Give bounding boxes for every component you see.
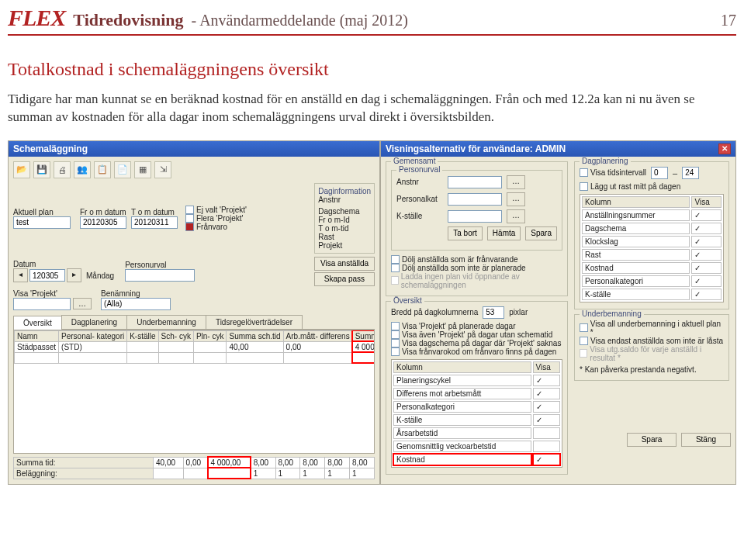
spara-button[interactable]: Spara [627,433,677,447]
sumcell: 8,00 [251,457,275,468]
oversikt-legend: Översikt [391,296,424,305]
article-text: Tidigare har man kunnat se en beräknad k… [8,91,736,126]
visa3-check[interactable]: Visa dagschema på dagar där 'Projekt' sa… [391,339,562,347]
visa4-check[interactable]: Visa frånvarokod om frånvaro finns på da… [391,347,562,356]
kolumn-hdr2: Kolumn [582,196,690,208]
tool-export-icon[interactable]: ⇲ [154,161,171,178]
hamta-button[interactable]: Hämta [487,226,521,240]
benamning-field[interactable] [101,298,171,310]
col-summakostnad[interactable]: Summa- kostnad [352,330,375,341]
tool-list-icon[interactable]: 📄 [114,161,131,178]
dcol-row[interactable]: Anställningsnummer✓ [582,209,722,221]
personurval-field[interactable] [125,269,195,282]
stang-button[interactable]: Stäng [681,433,731,447]
tab-tidsregel[interactable]: Tidsregelöverträdelser [206,315,303,329]
kstalle-picker[interactable]: … [507,209,525,223]
ocol-row[interactable]: Differens mot arbetsmått✓ [393,388,560,399]
tool-users-icon[interactable]: 👥 [74,161,91,178]
kstalle-field[interactable] [448,210,502,223]
datum-field[interactable] [29,269,65,282]
daginfo-fromtid: Fr o m-Id [318,216,371,224]
bredd-field[interactable] [483,306,504,319]
sumcell: 40,00 [154,457,184,468]
tab-oversikt[interactable]: Översikt [13,316,62,330]
dolj1-check[interactable]: Dölj anställda som är frånvarande [391,255,562,264]
schema-window: Schemaläggning 📂 💾 🖨 👥 📋 📄 ▦ ⇲ Aktuell p… [8,140,380,485]
dolj2-check[interactable]: Dölj anställda som inte är planerade [391,264,562,272]
visa-projekt-label: Visa 'Projekt' [13,289,92,298]
tid-to-field[interactable] [682,167,699,179]
spara-urval-button[interactable]: Spara [525,226,557,240]
ta-bort-button[interactable]: Ta bort [448,226,483,240]
col-namn[interactable]: Namn [15,330,59,341]
visa2-check[interactable]: Visa även 'Projekt' på dagar utan schema… [391,330,562,339]
visa-projekt-picker[interactable]: … [73,298,92,309]
schema-titlebar: Schemaläggning [9,141,379,157]
personalkat-picker[interactable]: … [507,192,525,206]
anstnr-field[interactable] [448,176,502,188]
col-kstalle[interactable]: K-ställe [127,330,158,341]
lagg-ut-rast-check[interactable]: Lägg ut rast mitt på dagen [580,182,724,191]
aktuell-plan-field[interactable] [13,216,71,229]
ocol-row[interactable]: Genomsnittlig veckoarbetstid [393,441,560,452]
personalkat-label: Personalkat [396,195,443,203]
cell: (STD) [59,341,127,352]
dagplanering-group: Dagplanering Visa tidsintervall – Lägg u… [574,161,729,309]
anstnr-picker[interactable]: … [507,175,525,189]
tool-save-icon[interactable]: 💾 [33,161,50,178]
tool-open-icon[interactable]: 📂 [13,161,30,178]
ub1-check[interactable]: Visa all underbemanning i aktuell plan * [580,320,724,337]
from-field[interactable] [80,216,126,229]
tool-more-icon[interactable]: ▦ [134,161,151,178]
dcol-row[interactable]: Dagschema✓ [582,223,722,234]
ocol-row[interactable]: Årsarbetstid [393,427,560,439]
dcol-row[interactable]: Klockslag✓ [582,236,722,247]
cell-kostnad: 4 000,00 [352,341,375,352]
dcol-row[interactable]: Personalkategori✓ [582,275,722,287]
ejvalt-check[interactable]: Ej valt 'Projekt' [185,206,247,214]
col-summaschtid[interactable]: Summa sch.tid [227,330,283,341]
daginfo-tomtid: T o m-tid [318,224,371,233]
summary-rows: Summa tid: 40,00 0,00 4 000,00 8,00 8,00… [13,457,375,479]
franvaro-check[interactable]: Frånvaro [185,223,247,231]
summa-tid-label: Summa tid: [14,457,154,468]
tom-label: T o m datum [131,208,178,216]
visa-anstallda-button[interactable]: Visa anställda [314,257,375,271]
col-schcyk[interactable]: Sch- cyk [158,330,193,341]
ocol-row[interactable]: Planeringscykel✓ [393,375,560,386]
skapa-pass-button[interactable]: Skapa pass [314,272,375,286]
datum-prev-button[interactable]: ◂ [13,268,28,282]
doc-subtitle: - Användarmeddelande (maj 2012) [192,12,408,29]
tid-from-field[interactable] [651,167,668,179]
dcol-row[interactable]: Rast✓ [582,249,722,261]
datum-next-button[interactable]: ▸ [67,268,81,282]
col-arbmatt[interactable]: Arb.mått- differens [283,330,352,341]
personalkat-field[interactable] [448,193,502,206]
tool-print-icon[interactable]: 🖨 [54,161,71,178]
visa-projekt-field[interactable] [13,298,71,310]
visa-hdr2: Visa [691,196,722,208]
doc-product: Tidredovisning [73,10,183,30]
tidsintervall-check[interactable]: Visa tidsintervall [580,168,646,177]
ocol-row-kostnad[interactable]: Kostnad✓ [393,454,560,465]
ocol-row[interactable]: K-ställe✓ [393,414,560,426]
tab-underbemanning[interactable]: Underbemanning [126,315,206,329]
dcol-row[interactable]: Kostnad✓ [582,262,722,274]
close-icon[interactable]: ✕ [718,143,731,154]
ocol-row[interactable]: Personalkategori✓ [393,401,560,413]
ub2-check[interactable]: Visa endast anställda som inte är låsta [580,337,724,345]
tab-dagplanering[interactable]: Dagplanering [61,315,128,329]
col-plncyk[interactable]: Pln- cyk [193,330,227,341]
belcell: 1 [300,468,325,479]
cell [127,341,158,352]
dcol-row[interactable]: K-ställe✓ [582,289,722,300]
col-personalkat[interactable]: Personal- kategori [59,330,127,341]
tool-copy-icon[interactable]: 📋 [94,161,111,178]
tom-field[interactable] [131,216,178,229]
app-screenshot: Schemaläggning 📂 💾 🖨 👥 📋 📄 ▦ ⇲ Aktuell p… [8,140,736,485]
grid-row[interactable]: Städpasset (STD) 40,00 0,00 4 000,00 A1 … [15,341,375,352]
belcell: 1 [275,468,300,479]
flera-check[interactable]: Flera 'Projekt' [185,214,247,223]
belaggning-label: Beläggning: [14,468,154,479]
visa1-check[interactable]: Visa 'Projekt' på planerade dagar [391,322,562,330]
